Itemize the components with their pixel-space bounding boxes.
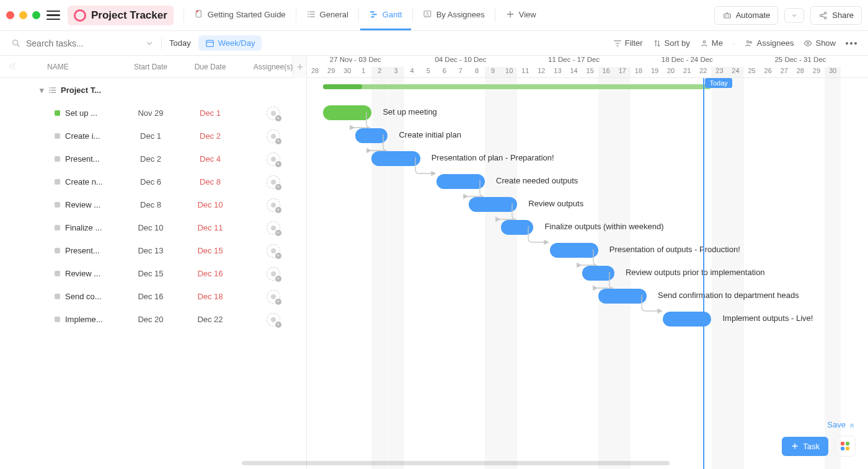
gantt-pane: 27 Nov - 03 Dec04 Dec - 10 Dec11 Dec - 1… bbox=[307, 56, 868, 469]
assignee-cell[interactable] bbox=[240, 290, 306, 304]
due-date-cell[interactable]: Dec 22 bbox=[180, 315, 240, 324]
status-bullet-icon[interactable] bbox=[55, 156, 60, 162]
chevron-down-icon[interactable] bbox=[145, 39, 154, 48]
add-assignee-icon[interactable] bbox=[267, 221, 280, 235]
add-assignee-icon[interactable] bbox=[267, 129, 280, 143]
horizontal-scrollbar[interactable] bbox=[242, 461, 670, 465]
add-assignee-icon[interactable] bbox=[267, 107, 280, 120]
add-column-button[interactable] bbox=[293, 56, 306, 78]
add-assignee-icon[interactable] bbox=[267, 267, 280, 281]
tab-by-assignees[interactable]: By Assignees bbox=[414, 0, 494, 30]
show-button[interactable]: Show bbox=[804, 38, 836, 48]
start-date-cell[interactable]: Dec 20 bbox=[121, 315, 180, 324]
week-header-cell: 27 Nov - 03 Dec bbox=[307, 56, 404, 67]
start-date-cell[interactable]: Dec 10 bbox=[121, 223, 180, 232]
due-date-cell[interactable]: Dec 1 bbox=[180, 108, 240, 118]
col-startdate[interactable]: Start Date bbox=[121, 63, 180, 71]
start-date-cell[interactable]: Dec 6 bbox=[121, 177, 180, 186]
table-row[interactable]: Finalize ... Dec 10 Dec 11 bbox=[0, 216, 306, 239]
assignee-cell[interactable] bbox=[240, 107, 306, 120]
tab-getting-started[interactable]: Getting Started Guide bbox=[185, 0, 294, 30]
table-row[interactable]: Present... Dec 2 Dec 4 bbox=[0, 147, 306, 170]
add-assignee-icon[interactable] bbox=[267, 198, 280, 212]
table-row[interactable]: Set up ... Nov 29 Dec 1 bbox=[0, 102, 306, 125]
table-row[interactable]: Impleme... Dec 20 Dec 22 bbox=[0, 308, 306, 331]
status-bullet-icon[interactable] bbox=[55, 133, 60, 139]
table-row[interactable]: Review ... Dec 15 Dec 16 bbox=[0, 262, 306, 285]
today-line bbox=[703, 78, 704, 469]
save-link[interactable]: Save bbox=[827, 420, 856, 429]
status-bullet-icon[interactable] bbox=[55, 271, 60, 276]
assignee-cell[interactable] bbox=[240, 152, 306, 166]
due-date-cell[interactable]: Dec 18 bbox=[180, 292, 240, 301]
assignee-cell[interactable] bbox=[240, 313, 306, 327]
assignee-cell[interactable] bbox=[240, 198, 306, 212]
menu-icon[interactable] bbox=[46, 11, 60, 20]
due-date-cell[interactable]: Dec 10 bbox=[180, 200, 240, 209]
assignees-button[interactable]: Assignees bbox=[745, 38, 794, 48]
share-button[interactable]: Share bbox=[810, 6, 862, 25]
due-date-cell[interactable]: Dec 2 bbox=[180, 131, 240, 141]
add-assignee-icon[interactable] bbox=[267, 290, 280, 304]
add-assignee-icon[interactable] bbox=[267, 152, 280, 166]
assignee-cell[interactable] bbox=[240, 244, 306, 258]
start-date-cell[interactable]: Dec 1 bbox=[121, 131, 180, 141]
due-date-cell[interactable]: Dec 16 bbox=[180, 269, 240, 278]
maximize-window-icon[interactable] bbox=[32, 11, 40, 19]
group-header[interactable]: ▾ Project T... bbox=[0, 78, 306, 102]
table-row[interactable]: Present... Dec 13 Dec 15 bbox=[0, 239, 306, 262]
automate-button[interactable]: Automate bbox=[714, 6, 779, 25]
status-bullet-icon[interactable] bbox=[55, 202, 60, 208]
table-row[interactable]: Create n... Dec 6 Dec 8 bbox=[0, 170, 306, 193]
status-bullet-icon[interactable] bbox=[55, 225, 60, 230]
search-input[interactable] bbox=[26, 38, 113, 48]
tab-general[interactable]: General bbox=[298, 0, 357, 30]
add-assignee-icon[interactable] bbox=[267, 175, 280, 189]
due-date-cell[interactable]: Dec 4 bbox=[180, 154, 240, 164]
today-button[interactable]: Today bbox=[169, 38, 191, 48]
summary-bar[interactable] bbox=[323, 84, 711, 89]
gantt-bar[interactable]: Set up meeting bbox=[323, 105, 371, 120]
add-assignee-icon[interactable] bbox=[267, 244, 280, 258]
start-date-cell[interactable]: Dec 15 bbox=[121, 269, 180, 278]
start-date-cell[interactable]: Dec 2 bbox=[121, 154, 180, 164]
project-chip[interactable]: Project Tracker bbox=[68, 6, 174, 25]
status-bullet-icon[interactable] bbox=[55, 179, 60, 185]
sortby-button[interactable]: Sort by bbox=[653, 38, 690, 48]
due-date-cell[interactable]: Dec 8 bbox=[180, 177, 240, 186]
status-bullet-icon[interactable] bbox=[55, 294, 60, 299]
start-date-cell[interactable]: Nov 29 bbox=[121, 108, 180, 118]
me-button[interactable]: Me bbox=[700, 38, 723, 48]
filter-button[interactable]: Filter bbox=[613, 38, 643, 48]
col-name[interactable]: NAME bbox=[0, 63, 121, 71]
day-header-cell: 9 bbox=[485, 67, 501, 77]
minimize-window-icon[interactable] bbox=[19, 11, 27, 19]
chevron-down-icon[interactable]: ▾ bbox=[40, 85, 44, 95]
assignee-cell[interactable] bbox=[240, 221, 306, 235]
table-row[interactable]: Create i... Dec 1 Dec 2 bbox=[0, 125, 306, 147]
table-row[interactable]: Send co... Dec 16 Dec 18 bbox=[0, 285, 306, 308]
collapse-panel-icon[interactable] bbox=[6, 61, 17, 72]
due-date-cell[interactable]: Dec 15 bbox=[180, 246, 240, 255]
more-icon[interactable] bbox=[846, 42, 857, 45]
start-date-cell[interactable]: Dec 8 bbox=[121, 200, 180, 209]
tab-gantt[interactable]: Gantt bbox=[360, 0, 411, 30]
due-date-cell[interactable]: Dec 11 bbox=[180, 223, 240, 232]
start-date-cell[interactable]: Dec 16 bbox=[121, 292, 180, 301]
automate-dropdown[interactable] bbox=[784, 8, 804, 23]
start-date-cell[interactable]: Dec 13 bbox=[121, 246, 180, 255]
status-bullet-icon[interactable] bbox=[55, 317, 60, 322]
close-window-icon[interactable] bbox=[6, 11, 14, 19]
status-bullet-icon[interactable] bbox=[55, 110, 60, 116]
apps-button[interactable] bbox=[835, 436, 856, 457]
table-row[interactable]: Review ... Dec 8 Dec 10 bbox=[0, 193, 306, 216]
add-view-button[interactable]: View bbox=[497, 0, 545, 30]
timescale-weekday[interactable]: Week/Day bbox=[198, 35, 262, 51]
assignee-cell[interactable] bbox=[240, 175, 306, 189]
assignee-cell[interactable] bbox=[240, 129, 306, 143]
new-task-button[interactable]: Task bbox=[782, 437, 828, 456]
add-assignee-icon[interactable] bbox=[267, 313, 280, 327]
status-bullet-icon[interactable] bbox=[55, 248, 60, 253]
col-duedate[interactable]: Due Date bbox=[180, 63, 240, 71]
assignee-cell[interactable] bbox=[240, 267, 306, 281]
